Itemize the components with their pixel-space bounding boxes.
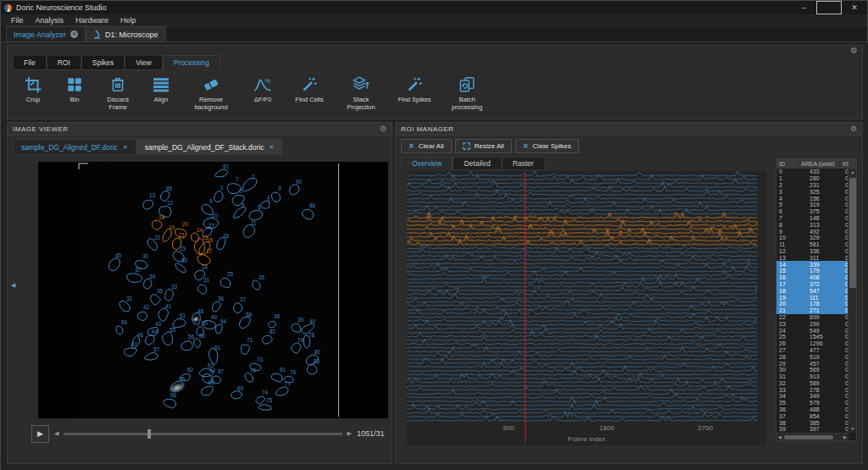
table-row[interactable]: 294570 xyxy=(776,360,849,367)
find-spikes-button[interactable]: Find Spikes xyxy=(392,74,437,103)
slider-right-arrow-icon[interactable]: ▶ xyxy=(348,430,352,437)
doc-tab-0[interactable]: sample_DG_Aligned_DF.doric✕ xyxy=(13,139,136,155)
table-row[interactable]: 232990 xyxy=(776,320,849,327)
table-row[interactable]: 123360 xyxy=(776,248,849,255)
table-row[interactable]: 164080 xyxy=(776,274,849,281)
tab-image-analyzer[interactable]: Image Analyzer ✕ xyxy=(6,26,86,41)
ribbon-gear-icon[interactable]: ⚙ xyxy=(850,46,858,55)
doc-tab-1[interactable]: sample_DG_Aligned_DF_Stack.doric✕ xyxy=(136,139,283,155)
tab-d1-microscope[interactable]: D1: Microscope xyxy=(86,26,166,41)
table-row[interactable]: 212710 xyxy=(776,307,849,314)
roi-tab-overview[interactable]: Overview xyxy=(401,157,453,170)
table-row[interactable]: 04330 xyxy=(776,169,849,175)
table-row[interactable]: 383850 xyxy=(776,419,849,426)
table-row[interactable]: 245490 xyxy=(776,327,849,334)
table-row[interactable]: 151790 xyxy=(776,268,849,274)
scroll-left-icon[interactable]: ◀ xyxy=(776,434,783,441)
table-row[interactable]: 2515450 xyxy=(776,334,849,340)
roi-manager-gear-icon[interactable]: ⚙ xyxy=(850,124,857,133)
table-row[interactable]: 94920 xyxy=(776,228,849,235)
image-canvas[interactable]: 9172109034568685131291027112818192021141… xyxy=(38,162,388,418)
ribbon-tab-view[interactable]: View xyxy=(125,55,162,70)
table-row[interactable]: 285190 xyxy=(776,353,849,360)
cell-area: 854 xyxy=(798,413,840,419)
table-row[interactable]: 343490 xyxy=(776,393,849,400)
table-row[interactable]: 83130 xyxy=(776,221,849,228)
ribbon-tab-file[interactable]: File xyxy=(13,55,47,70)
resize-all-button[interactable]: Resize All xyxy=(455,139,512,153)
column-area[interactable]: AREA (pixel) xyxy=(798,161,840,167)
frame-slider[interactable] xyxy=(64,433,342,435)
table-vertical-scrollbar[interactable]: ▲ ▼ xyxy=(848,169,856,433)
table-row[interactable]: 228990 xyxy=(776,314,849,321)
menu-file[interactable]: File xyxy=(5,16,30,25)
roi-tab-raster[interactable]: Raster xyxy=(502,157,545,170)
clear-spikes-button[interactable]: ✕Clear Spikes xyxy=(515,139,579,153)
column-spikes[interactable]: #S xyxy=(840,161,849,167)
vertical-scroll-thumb[interactable] xyxy=(849,178,856,288)
cell-id: 27 xyxy=(776,347,798,353)
table-row[interactable]: 103290 xyxy=(776,235,849,241)
roi-tab-detailed[interactable]: Detailed xyxy=(453,157,501,170)
table-row[interactable]: 143390 xyxy=(776,261,849,268)
stack-projection-button[interactable]: Stack Projection xyxy=(337,74,385,111)
bin-button[interactable]: Bin xyxy=(58,74,92,103)
table-row[interactable]: 133110 xyxy=(776,254,849,261)
table-row[interactable]: 22310 xyxy=(776,182,849,189)
table-row[interactable]: 274770 xyxy=(776,347,849,354)
play-button[interactable]: ▶ xyxy=(31,425,49,443)
table-row[interactable]: 12800 xyxy=(776,175,849,182)
table-row[interactable]: 393970 xyxy=(776,426,849,433)
table-row[interactable]: 185470 xyxy=(776,287,849,294)
ribbon-tab-spikes[interactable]: Spikes xyxy=(81,55,125,70)
crop-button[interactable]: Crop xyxy=(16,74,50,103)
collapse-panel-icon[interactable]: ◀ xyxy=(11,282,15,289)
slider-left-arrow-icon[interactable]: ◀ xyxy=(54,430,58,437)
table-row[interactable]: 378540 xyxy=(776,412,849,419)
clear-all-button[interactable]: ✕Clear All xyxy=(401,139,452,153)
scroll-right-icon[interactable]: ▶ xyxy=(842,434,849,441)
dff0-button[interactable]: % ΔF/F0 xyxy=(244,74,281,103)
close-tab-icon[interactable]: ✕ xyxy=(70,30,78,38)
table-row[interactable]: 364880 xyxy=(776,406,849,413)
close-doc-tab-icon[interactable]: ✕ xyxy=(123,144,128,151)
ribbon-tab-roi[interactable]: ROI xyxy=(47,55,81,70)
discard-frame-button[interactable]: Discard Frame xyxy=(99,74,136,111)
table-horizontal-scrollbar[interactable]: ◀ ▶ xyxy=(776,433,849,440)
menu-hardware[interactable]: Hardware xyxy=(70,16,114,25)
scroll-up-icon[interactable]: ▲ xyxy=(849,169,857,176)
remove-background-button[interactable]: Remove background xyxy=(186,74,236,111)
frame-slider-thumb[interactable] xyxy=(147,429,151,439)
table-row[interactable]: 319130 xyxy=(776,373,849,380)
table-row[interactable]: 325890 xyxy=(776,380,849,387)
cell-area: 457 xyxy=(798,361,840,367)
restore-button[interactable] xyxy=(816,1,842,14)
table-row[interactable]: 2612960 xyxy=(776,340,849,347)
menu-help[interactable]: Help xyxy=(114,16,142,25)
table-row[interactable]: 305690 xyxy=(776,367,849,373)
table-row[interactable]: 332780 xyxy=(776,386,849,393)
table-row[interactable]: 191110 xyxy=(776,294,849,301)
table-row[interactable]: 201780 xyxy=(776,301,849,307)
scroll-down-icon[interactable]: ▼ xyxy=(849,425,857,433)
column-id[interactable]: ID xyxy=(776,161,798,167)
table-row[interactable]: 33250 xyxy=(776,188,849,195)
menu-analysis[interactable]: Analysis xyxy=(30,16,70,25)
align-button[interactable]: Align xyxy=(144,74,178,103)
batch-processing-button[interactable]: Batch processing xyxy=(444,74,490,111)
table-row[interactable]: 71480 xyxy=(776,215,849,222)
close-button[interactable]: ✕ xyxy=(842,1,867,14)
close-doc-tab-icon[interactable]: ✕ xyxy=(270,144,275,151)
horizontal-scroll-thumb[interactable] xyxy=(784,435,833,440)
minimize-button[interactable]: – xyxy=(791,1,816,14)
ribbon-tab-processing[interactable]: Processing xyxy=(163,55,220,70)
table-row[interactable]: 53190 xyxy=(776,202,849,208)
traces-plot[interactable]: 90018002700Frame index xyxy=(407,171,766,445)
image-viewer-gear-icon[interactable]: ⚙ xyxy=(380,124,387,133)
find-cells-button[interactable]: Find Cells xyxy=(289,74,330,103)
table-row[interactable]: 63750 xyxy=(776,208,849,215)
table-row[interactable]: 115610 xyxy=(776,241,849,248)
table-row[interactable]: 173720 xyxy=(776,281,849,288)
table-row[interactable]: 41560 xyxy=(776,195,849,202)
table-row[interactable]: 355790 xyxy=(776,400,849,406)
